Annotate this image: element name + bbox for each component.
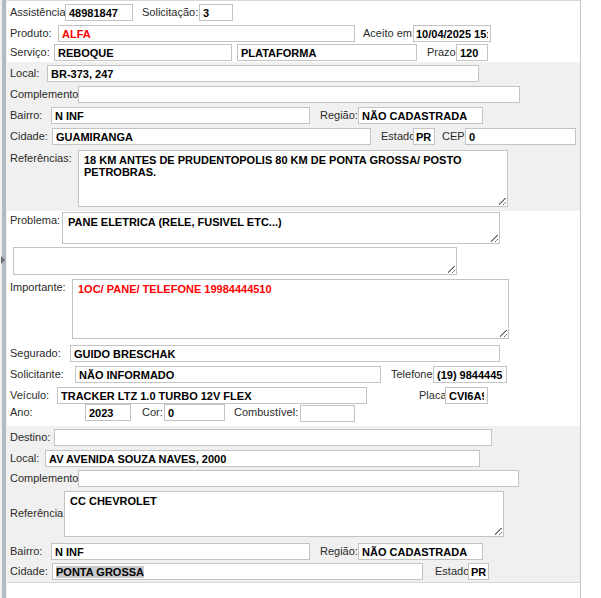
local-destino-label: Local:: [10, 450, 39, 467]
servico-input[interactable]: [54, 44, 232, 61]
referencia-destino-label: Referência:: [10, 505, 66, 522]
bairro-destino-label: Bairro:: [10, 543, 42, 560]
produto-input[interactable]: [58, 25, 355, 42]
solicitacao-input[interactable]: [199, 4, 233, 21]
placa-input[interactable]: [445, 387, 488, 404]
referencia-destino-textarea[interactable]: CC CHEVROLET: [64, 491, 504, 537]
veiculo-input[interactable]: [57, 387, 367, 404]
cep-label: CEP:: [442, 128, 468, 145]
problema-label: Problema:: [10, 212, 60, 229]
cidade-destino-selected-text: PONTA GROSSA: [56, 566, 144, 578]
servico-tipo-input[interactable]: [237, 44, 417, 61]
left-splitter-strip: [0, 0, 7, 598]
servico-label: Serviço:: [10, 44, 50, 61]
aceito-em-input[interactable]: [413, 25, 491, 42]
ano-input[interactable]: [85, 404, 131, 421]
complemento-origem-input[interactable]: [78, 86, 520, 103]
observacao-textarea[interactable]: [13, 247, 457, 275]
solicitacao-label: Solicitação:: [142, 4, 198, 21]
importante-label: Importante:: [10, 279, 66, 296]
assistencia-input[interactable]: [65, 4, 133, 21]
local-destino-input[interactable]: [45, 450, 480, 467]
assistencia-label: Assistência:: [10, 4, 69, 21]
veiculo-label: Veículo:: [10, 387, 49, 404]
estado-destino-input[interactable]: [468, 563, 489, 580]
prazo-label: Prazo:: [427, 44, 459, 61]
aceito-em-label: Aceito em:: [363, 25, 415, 42]
cidade-origem-label: Cidade:: [10, 128, 48, 145]
solicitante-input[interactable]: [75, 366, 381, 383]
referencias-label: Referências:: [10, 150, 72, 167]
bairro-origem-input[interactable]: [51, 107, 310, 124]
cor-input[interactable]: [164, 404, 225, 421]
local-origem-input[interactable]: [47, 65, 479, 82]
referencias-textarea[interactable]: 18 KM ANTES DE PRUDENTOPOLIS 80 KM DE PO…: [78, 150, 508, 207]
destino-input[interactable]: [54, 429, 492, 446]
cor-label: Cor:: [142, 404, 163, 421]
solicitante-label: Solicitante:: [10, 366, 64, 383]
local-origem-label: Local:: [10, 65, 39, 82]
combustivel-label: Combustível:: [234, 404, 298, 421]
regiao-destino-label: Região:: [320, 543, 358, 560]
segurado-input[interactable]: [70, 345, 500, 362]
produto-label: Produto:: [10, 25, 52, 42]
regiao-destino-input[interactable]: [358, 543, 483, 560]
regiao-origem-input[interactable]: [358, 107, 483, 124]
bairro-origem-label: Bairro:: [10, 107, 42, 124]
cep-input[interactable]: [465, 128, 576, 145]
ano-label: Ano:: [10, 404, 33, 421]
complemento-destino-input[interactable]: [78, 470, 519, 487]
assistance-form-window: Assistência: Solicitação: Produto: Aceit…: [0, 0, 601, 598]
cidade-destino-label: Cidade:: [10, 563, 48, 580]
combustivel-input[interactable]: [300, 405, 355, 422]
prazo-input[interactable]: [456, 44, 488, 61]
telefone-input[interactable]: [433, 366, 507, 383]
destino-label: Destino:: [10, 429, 50, 446]
bairro-destino-input[interactable]: [51, 543, 310, 560]
splitter-expand-arrow-icon[interactable]: [1, 256, 5, 264]
splitter-bar[interactable]: [2, 0, 6, 598]
regiao-origem-label: Região:: [320, 107, 358, 124]
segurado-label: Segurado:: [10, 345, 61, 362]
telefone-label: Telefone:: [391, 366, 436, 383]
cidade-origem-input[interactable]: [52, 128, 371, 145]
cidade-destino-input[interactable]: PONTA GROSSA: [52, 563, 423, 580]
estado-origem-input[interactable]: [413, 128, 435, 145]
importante-textarea[interactable]: 1OC/ PANE/ TELEFONE 19984444510: [72, 279, 509, 339]
complemento-origem-label: Complemento:: [10, 86, 82, 103]
complemento-destino-label: Complemento:: [10, 470, 82, 487]
estado-destino-label: Estado:: [435, 563, 472, 580]
problema-textarea[interactable]: PANE ELETRICA (RELE, FUSIVEL ETC...): [62, 212, 500, 244]
